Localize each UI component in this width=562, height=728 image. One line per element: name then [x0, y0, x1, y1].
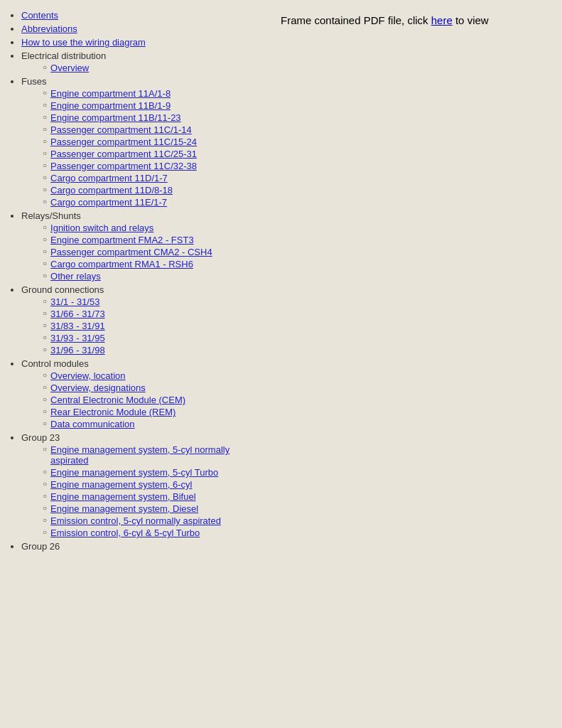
nav-sub-item-8-6[interactable]: Emission control, 6-cyl & 5-cyl Turbo [43, 528, 259, 538]
nav-sub-item-4-4[interactable]: Passenger compartment 11C/15-24 [43, 136, 259, 147]
nav-sub-item-7-2[interactable]: Central Electronic Module (CEM) [43, 395, 259, 405]
nav-sub-link-4-4[interactable]: Passenger compartment 11C/15-24 [50, 136, 197, 147]
nav-sub-link-5-0[interactable]: Ignition switch and relays [50, 223, 153, 233]
nav-sub-item-4-2[interactable]: Engine compartment 11B/11-23 [43, 112, 259, 123]
nav-sub-link-7-0[interactable]: Overview, location [50, 370, 126, 381]
nav-sub-item-7-4[interactable]: Data communication [43, 419, 259, 429]
nav-sub-item-5-2[interactable]: Passenger compartment CMA2 - CSH4 [43, 247, 259, 257]
nav-sub-item-5-0[interactable]: Ignition switch and relays [43, 223, 259, 233]
nav-sub-link-8-4[interactable]: Engine management system, Diesel [50, 503, 198, 514]
nav-sub-item-6-3[interactable]: 31/93 - 31/95 [43, 333, 259, 343]
nav-sub-item-4-7[interactable]: Cargo compartment 11D/1-7 [43, 173, 259, 183]
section-label-4: Fuses [21, 76, 46, 87]
section-label-8: Group 23 [21, 432, 60, 443]
nav-sub-item-8-4[interactable]: Engine management system, Diesel [43, 503, 259, 514]
nav-sub-item-8-0[interactable]: Engine management system, 5-cyl normally… [43, 444, 259, 466]
nav-item-5: Relays/ShuntsIgnition switch and relaysE… [21, 210, 259, 282]
nav-sub-link-5-3[interactable]: Cargo compartment RMA1 - RSH6 [50, 259, 193, 269]
pdf-notice-suffix: to view [453, 14, 489, 26]
nav-sub-link-4-7[interactable]: Cargo compartment 11D/1-7 [50, 173, 168, 183]
nav-sub-item-7-0[interactable]: Overview, location [43, 370, 259, 381]
navigation-panel: ContentsAbbreviationsHow to use the wiri… [0, 0, 266, 728]
nav-sub-link-4-8[interactable]: Cargo compartment 11D/8-18 [50, 185, 173, 196]
nav-link-0[interactable]: Contents [21, 10, 58, 21]
nav-sub-item-8-5[interactable]: Emission control, 5-cyl normally aspirat… [43, 515, 259, 526]
nav-sub-link-4-3[interactable]: Passenger compartment 11C/1-14 [50, 124, 192, 135]
nav-link-1[interactable]: Abbreviations [21, 23, 77, 34]
nav-sub-item-7-1[interactable]: Overview, designations [43, 382, 259, 393]
sub-nav-8: Engine management system, 5-cyl normally… [21, 444, 259, 538]
sub-nav-6: 31/1 - 31/5331/66 - 31/7331/83 - 31/9131… [21, 296, 259, 355]
nav-sub-link-8-3[interactable]: Engine management system, Bifuel [50, 491, 196, 502]
nav-sub-link-4-6[interactable]: Passenger compartment 11C/32-38 [50, 161, 197, 171]
nav-sub-link-4-0[interactable]: Engine compartment 11A/1-8 [50, 88, 171, 99]
nav-sub-link-3-0[interactable]: Overview [50, 63, 89, 73]
nav-sub-link-8-1[interactable]: Engine management system, 5-cyl Turbo [50, 467, 218, 478]
sub-nav-7: Overview, locationOverview, designations… [21, 370, 259, 429]
nav-item-1[interactable]: Abbreviations [21, 23, 259, 34]
pdf-notice-prefix: Frame contained PDF file, click [281, 14, 431, 26]
nav-sub-link-6-2[interactable]: 31/83 - 31/91 [50, 321, 105, 331]
nav-sub-item-4-9[interactable]: Cargo compartment 11E/1-7 [43, 197, 259, 208]
nav-sub-link-7-3[interactable]: Rear Electronic Module (REM) [50, 407, 175, 417]
nav-sub-item-4-5[interactable]: Passenger compartment 11C/25-31 [43, 149, 259, 159]
nav-sub-item-4-3[interactable]: Passenger compartment 11C/1-14 [43, 124, 259, 135]
nav-sub-link-5-4[interactable]: Other relays [50, 271, 101, 282]
nav-sub-link-8-2[interactable]: Engine management system, 6-cyl [50, 479, 192, 490]
nav-sub-item-6-2[interactable]: 31/83 - 31/91 [43, 321, 259, 331]
nav-link-2[interactable]: How to use the wiring diagram [21, 37, 146, 48]
nav-list: ContentsAbbreviationsHow to use the wiri… [14, 10, 259, 552]
content-panel: Frame contained PDF file, click here to … [266, 0, 562, 728]
section-label-7: Control modules [21, 358, 89, 369]
nav-sub-item-5-1[interactable]: Engine compartment FMA2 - FST3 [43, 235, 259, 245]
section-label-3: Electrical distribution [21, 50, 106, 61]
nav-sub-item-4-8[interactable]: Cargo compartment 11D/8-18 [43, 185, 259, 196]
nav-sub-item-8-2[interactable]: Engine management system, 6-cyl [43, 479, 259, 490]
nav-sub-item-5-3[interactable]: Cargo compartment RMA1 - RSH6 [43, 259, 259, 269]
nav-sub-link-6-3[interactable]: 31/93 - 31/95 [50, 333, 105, 343]
nav-sub-item-8-3[interactable]: Engine management system, Bifuel [43, 491, 259, 502]
nav-sub-item-8-1[interactable]: Engine management system, 5-cyl Turbo [43, 467, 259, 478]
nav-sub-item-6-0[interactable]: 31/1 - 31/53 [43, 296, 259, 307]
nav-sub-item-6-4[interactable]: 31/96 - 31/98 [43, 345, 259, 355]
nav-sub-link-6-1[interactable]: 31/66 - 31/73 [50, 309, 105, 319]
nav-sub-link-7-4[interactable]: Data communication [50, 419, 135, 429]
nav-item-6: Ground connections31/1 - 31/5331/66 - 31… [21, 284, 259, 355]
pdf-link[interactable]: here [431, 14, 453, 26]
nav-item-0[interactable]: Contents [21, 10, 259, 21]
nav-sub-link-5-2[interactable]: Passenger compartment CMA2 - CSH4 [50, 247, 212, 257]
nav-sub-link-4-5[interactable]: Passenger compartment 11C/25-31 [50, 149, 197, 159]
nav-sub-item-7-3[interactable]: Rear Electronic Module (REM) [43, 407, 259, 417]
nav-sub-link-4-9[interactable]: Cargo compartment 11E/1-7 [50, 197, 167, 208]
nav-sub-link-4-1[interactable]: Engine compartment 11B/1-9 [50, 100, 171, 111]
nav-sub-link-6-4[interactable]: 31/96 - 31/98 [50, 345, 105, 355]
nav-sub-link-8-6[interactable]: Emission control, 6-cyl & 5-cyl Turbo [50, 528, 200, 538]
nav-item-2[interactable]: How to use the wiring diagram [21, 37, 259, 48]
section-label-5: Relays/Shunts [21, 210, 81, 221]
nav-sub-item-4-0[interactable]: Engine compartment 11A/1-8 [43, 88, 259, 99]
nav-sub-link-5-1[interactable]: Engine compartment FMA2 - FST3 [50, 235, 194, 245]
section-label-9: Group 26 [21, 541, 60, 552]
nav-item-9: Group 26 [21, 541, 259, 552]
nav-sub-link-6-0[interactable]: 31/1 - 31/53 [50, 296, 99, 307]
nav-sub-link-8-0[interactable]: Engine management system, 5-cyl normally… [50, 444, 259, 466]
nav-item-3: Electrical distributionOverview [21, 50, 259, 73]
nav-sub-link-7-2[interactable]: Central Electronic Module (CEM) [50, 395, 185, 405]
sub-nav-5: Ignition switch and relaysEngine compart… [21, 223, 259, 282]
nav-item-4: FusesEngine compartment 11A/1-8Engine co… [21, 76, 259, 208]
section-label-6: Ground connections [21, 284, 104, 295]
nav-item-8: Group 23Engine management system, 5-cyl … [21, 432, 259, 538]
nav-sub-link-4-2[interactable]: Engine compartment 11B/11-23 [50, 112, 181, 123]
nav-sub-link-7-1[interactable]: Overview, designations [50, 382, 146, 393]
sub-nav-3: Overview [21, 63, 259, 73]
nav-sub-item-4-1[interactable]: Engine compartment 11B/1-9 [43, 100, 259, 111]
nav-sub-item-4-6[interactable]: Passenger compartment 11C/32-38 [43, 161, 259, 171]
nav-sub-item-5-4[interactable]: Other relays [43, 271, 259, 282]
nav-sub-link-8-5[interactable]: Emission control, 5-cyl normally aspirat… [50, 515, 221, 526]
nav-item-7: Control modulesOverview, locationOvervie… [21, 358, 259, 429]
pdf-notice: Frame contained PDF file, click here to … [281, 14, 548, 26]
nav-sub-item-6-1[interactable]: 31/66 - 31/73 [43, 309, 259, 319]
nav-sub-item-3-0[interactable]: Overview [43, 63, 259, 73]
sub-nav-4: Engine compartment 11A/1-8Engine compart… [21, 88, 259, 208]
